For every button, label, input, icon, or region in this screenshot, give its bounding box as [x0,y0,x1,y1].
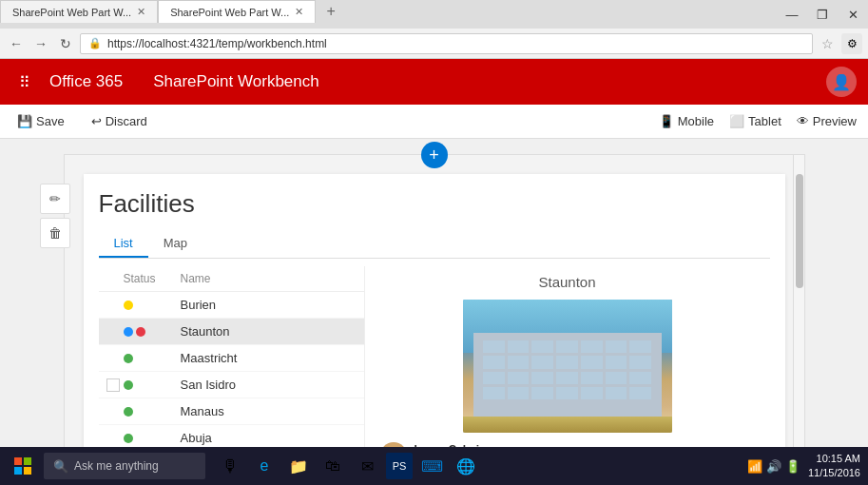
status-dot-green [124,434,133,443]
battery-icon[interactable]: 🔋 [785,459,800,474]
save-icon: 💾 [17,114,32,128]
scroll-thumb[interactable] [796,174,803,288]
list-header: Status Name [99,266,364,292]
status-dots [124,407,181,417]
building-image [463,300,672,433]
forward-button[interactable]: → [30,33,51,54]
status-dot-yellow [124,301,133,310]
list-item[interactable]: Staunton [99,319,364,345]
webpart-title: Facilities [99,189,770,219]
status-dot-green [124,354,133,363]
status-dot-blue [124,327,133,337]
svg-rect-0 [14,457,22,465]
extensions-area: ⚙ [841,33,862,54]
facilities-tabs: List Map [99,230,770,259]
lock-icon: 🔒 [88,37,102,49]
taskbar-system: 📶 🔊 🔋 10:15 AM 11/15/2016 [747,452,860,481]
taskbar-powershell[interactable]: PS [386,453,413,479]
maximize-button[interactable]: ❐ [807,0,838,29]
tab-map[interactable]: Map [148,230,203,258]
search-icon: 🔍 [53,459,68,474]
tab-close-2[interactable]: ✕ [295,6,303,18]
detail-location-name: Staunton [380,274,755,290]
mobile-icon: 📱 [659,114,674,128]
svg-rect-1 [24,457,31,465]
address-bar: ← → ↻ 🔒 https://localhost:4321/temp/work… [0,29,868,59]
network-icon[interactable]: 📶 [747,459,762,474]
window-controls: — ❐ ✕ [777,0,868,29]
view-options: 📱 Mobile ⬜ Tablet 👁 Preview [659,114,857,128]
svg-rect-3 [24,467,31,475]
discard-icon: ↩ [91,114,102,128]
tab-bar: SharePoint Web Part W... ✕ SharePoint We… [0,0,868,29]
taskbar-vscode[interactable]: ⌨ [416,451,447,481]
add-webpart-button[interactable]: + [421,142,448,168]
list-item[interactable]: San Isidro [99,372,364,398]
list-item[interactable]: Burien [99,292,364,319]
refresh-button[interactable]: ↻ [55,33,76,54]
url-input[interactable]: 🔒 https://localhost:4321/temp/workbench.… [80,33,813,54]
main-area: + ✏ 🗑 Facilities List Map Stat [0,139,868,485]
delete-button[interactable]: 🗑 [40,218,70,248]
waffle-menu-button[interactable]: ⠿ [11,73,38,91]
tablet-icon: ⬜ [729,114,744,128]
search-placeholder: Ask me anything [74,459,159,473]
minimize-button[interactable]: — [777,0,807,29]
webpart-edit-toolbar: ✏ 🗑 [40,184,70,248]
bookmark-icon[interactable]: ☆ [817,33,838,54]
tab-list[interactable]: List [99,230,148,258]
svg-rect-2 [14,467,22,475]
browser-tab-1[interactable]: SharePoint Web Part W... ✕ [0,0,158,23]
o365-header: ⠿ Office 365 SharePoint Workbench 👤 [0,59,868,105]
status-dots [124,354,181,363]
status-dots [124,327,181,337]
edit-pencil-button[interactable]: ✏ [40,184,70,214]
back-button[interactable]: ← [6,33,27,54]
status-dot-green [124,380,133,390]
toolbar: 💾 Save ↩ Discard 📱 Mobile ⬜ Tablet 👁 Pre… [0,105,868,139]
o365-title: Office 365 [49,72,123,91]
volume-icon[interactable]: 🔊 [766,459,781,474]
status-dots [124,434,181,443]
taskbar-chrome[interactable]: 🌐 [451,451,481,481]
workbench-canvas: + ✏ 🗑 Facilities List Map Stat [64,154,805,470]
browser-tab-2[interactable]: SharePoint Web Part W... ✕ [158,0,316,23]
status-dots [124,301,181,310]
status-dot-green [124,407,133,417]
taskbar-search[interactable]: 🔍 Ask me anything [44,453,205,479]
facility-image [463,300,672,433]
clock-time: 10:15 AM [808,452,860,466]
clock-date: 11/15/2016 [808,466,860,480]
taskbar-cortana[interactable]: 🎙 [215,451,245,481]
tab-close-1[interactable]: ✕ [137,6,145,18]
new-tab-button[interactable]: + [318,0,344,23]
system-clock: 10:15 AM 11/15/2016 [808,452,860,481]
taskbar-edge[interactable]: e [249,451,280,481]
status-dots [124,380,181,390]
mobile-view-button[interactable]: 📱 Mobile [659,114,714,128]
taskbar-app-icons: 🎙 e 📁 🛍 ✉ PS ⌨ 🌐 [215,451,481,481]
start-button[interactable] [8,451,38,481]
preview-button[interactable]: 👁 Preview [797,114,857,128]
scrollbar[interactable] [793,155,804,469]
taskbar: 🔍 Ask me anything 🎙 e 📁 🛍 ✉ PS ⌨ 🌐 📶 🔊 🔋… [0,447,868,485]
status-dot-red [136,327,145,337]
ext-button-1[interactable]: ⚙ [841,33,862,54]
save-button[interactable]: 💾 Save [11,110,70,132]
close-button[interactable]: ✕ [838,0,868,29]
user-avatar[interactable]: 👤 [826,67,857,97]
taskbar-store[interactable]: 🛍 [318,451,348,481]
discard-button[interactable]: ↩ Discard [86,110,153,132]
system-tray-icons: 📶 🔊 🔋 [747,459,800,474]
webpart-container: ✏ 🗑 Facilities List Map Status Name [84,174,785,485]
tablet-view-button[interactable]: ⬜ Tablet [729,114,781,128]
list-item[interactable]: Maastricht [99,345,364,372]
o365-app-name: SharePoint Workbench [153,72,319,91]
preview-icon: 👁 [797,114,809,128]
list-item[interactable]: Manaus [99,398,364,425]
taskbar-mail[interactable]: ✉ [352,451,382,481]
taskbar-explorer[interactable]: 📁 [283,451,314,481]
